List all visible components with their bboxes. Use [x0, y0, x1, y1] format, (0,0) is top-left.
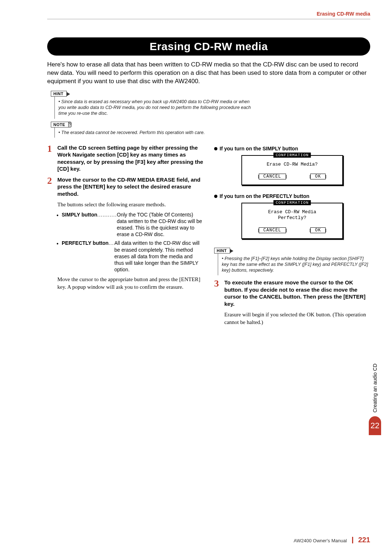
- step-body-text: Erasure will begin if you selected the O…: [224, 311, 370, 326]
- dialog-title: CONFIRMATION: [273, 200, 311, 205]
- definition-item: •PERFECTLY button... All data written to…: [62, 240, 203, 273]
- step-1: 1 Call the CD screen Setting page by eit…: [47, 144, 203, 173]
- subsection-heading: If you turn on the PERFECTLY button: [214, 193, 370, 199]
- subsection-label: If you turn on the PERFECTLY button: [220, 193, 309, 199]
- note-label: NOTE: [51, 122, 69, 127]
- leader-dots: ...........: [97, 212, 117, 218]
- page-footer: AW2400 Owner's Manual 221: [294, 536, 370, 544]
- note-body: • The erased data cannot be recovered. P…: [54, 127, 258, 138]
- hint-label: HINT: [214, 248, 230, 254]
- hint-label: HINT: [51, 91, 67, 97]
- step-heading: Move the cursor to the CD-RW MEDIA ERASE…: [57, 176, 203, 198]
- step-3: 3 To execute the erasure move the cursor…: [214, 279, 370, 307]
- page-number: 221: [358, 536, 370, 544]
- subsection-label: If you turn on the SIMPLY button: [220, 146, 298, 151]
- confirmation-dialog-simply: CONFIRMATION Erase CD-RW Media? CANCEL O…: [241, 155, 343, 186]
- manual-title: AW2400 Owner's Manual: [294, 538, 347, 543]
- running-head: Erasing CD-RW media: [47, 11, 370, 17]
- definition-item: •SIMPLY button........... Only the TOC (…: [62, 211, 203, 238]
- footer-divider: [352, 537, 353, 543]
- step-2: 2 Move the cursor to the CD-RW MEDIA ERA…: [47, 176, 203, 198]
- hint-callout-1: HINT • Since data is erased as necessary…: [51, 90, 370, 119]
- hint-body: • Pressing the [F1]–[F2] keys while hold…: [218, 254, 370, 276]
- note-callout-1: NOTE • The erased data cannot be recover…: [51, 121, 370, 138]
- leader-dots: ...: [109, 240, 114, 246]
- section-title: Erasing CD-RW media: [47, 37, 370, 56]
- bullet-dot-icon: [214, 147, 217, 150]
- step-tail-text: Move the cursor to the appropriate butto…: [57, 276, 203, 291]
- step-number: 3: [214, 279, 221, 307]
- dialog-message: Erase CD-RW Media Perfectly?: [246, 209, 338, 220]
- hint-callout-2: HINT • Pressing the [F1]–[F2] keys while…: [214, 247, 370, 276]
- definition-list: •SIMPLY button........... Only the TOC (…: [62, 211, 203, 273]
- def-description: Only the TOC (Table Of Contents) data wr…: [117, 211, 203, 238]
- def-term: PERFECTLY button: [62, 240, 109, 246]
- side-tab: Creating an audio CD 22: [369, 364, 381, 435]
- step-number: 2: [47, 176, 54, 198]
- ok-button[interactable]: OK: [310, 174, 326, 179]
- top-rule: [47, 19, 370, 19]
- confirmation-dialog-perfectly: CONFIRMATION Erase CD-RW Media Perfectly…: [241, 203, 343, 239]
- step-heading: Call the CD screen Setting page by eithe…: [57, 144, 203, 173]
- def-term: SIMPLY button: [62, 212, 97, 218]
- intro-paragraph: Here's how to erase all data that has be…: [47, 61, 370, 86]
- step-heading: To execute the erasure move the cursor t…: [224, 279, 370, 307]
- left-column: 1 Call the CD screen Setting page by eit…: [47, 144, 203, 329]
- ok-button[interactable]: OK: [310, 227, 326, 233]
- right-column: If you turn on the SIMPLY button CONFIRM…: [214, 144, 370, 329]
- dialog-message: Erase CD-RW Media?: [246, 162, 338, 167]
- cancel-button[interactable]: CANCEL: [259, 227, 286, 233]
- hint-body: • Since data is erased as necessary when…: [54, 97, 258, 119]
- dialog-title: CONFIRMATION: [273, 153, 311, 158]
- side-tab-number: 22: [369, 416, 381, 435]
- step-number: 1: [47, 144, 54, 173]
- def-description: All data written to the CD-RW disc will …: [114, 240, 203, 273]
- bullet-icon: •: [57, 240, 58, 247]
- step-body-text: The buttons select the following erasure…: [57, 201, 203, 208]
- bullet-dot-icon: [214, 195, 217, 198]
- bullet-icon: •: [57, 212, 58, 219]
- subsection-heading: If you turn on the SIMPLY button: [214, 146, 370, 151]
- cancel-button[interactable]: CANCEL: [259, 174, 286, 179]
- side-tab-label: Creating an audio CD: [372, 364, 378, 413]
